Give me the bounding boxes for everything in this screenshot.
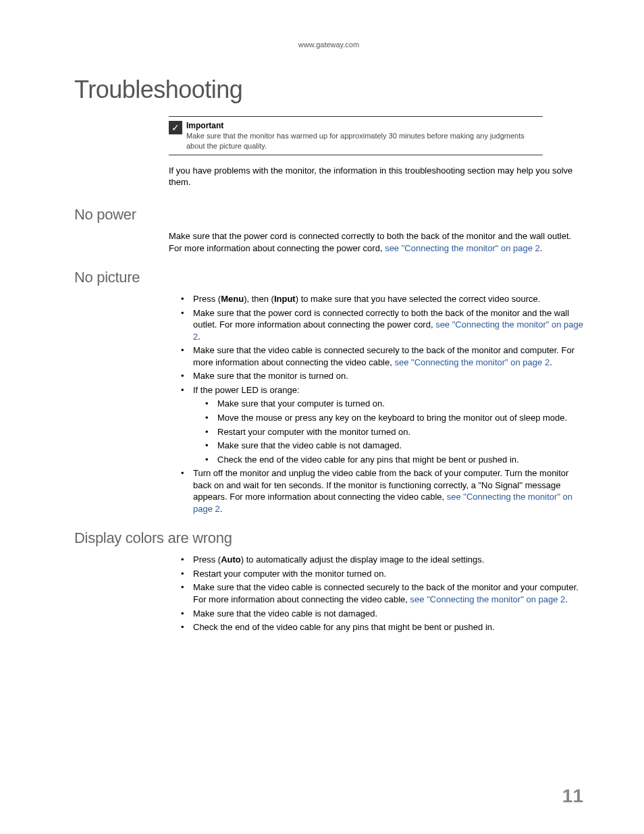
t: . [565,594,568,604]
list-item: Move the mouse or press any key on the k… [193,412,583,424]
link-connecting-monitor[interactable]: see "Connecting the monitor" on page 2 [385,243,540,253]
list-item: Make sure that the monitor is turned on. [169,370,583,382]
list-item: If the power LED is orange: Make sure th… [169,384,583,465]
t: Input [274,294,296,304]
display-colors-list: Press (Auto) to automatically adjust the… [169,554,583,633]
t: If the power LED is orange: [193,385,300,395]
important-box: ✓ Important Make sure that the monitor h… [169,116,543,155]
list-item: Make sure that the power cord is connect… [169,307,583,343]
list-item: Check the end of the video cable for any… [169,621,583,633]
t: Menu [221,294,244,304]
section-no-power-title: No power [74,206,583,224]
check-icon: ✓ [169,121,182,134]
t: . [549,357,552,367]
header-url: www.gateway.com [74,41,583,49]
section-no-power-body: Make sure that the power cord is connect… [169,230,583,254]
link-connecting-monitor[interactable]: see "Connecting the monitor" on page 2 [394,357,549,367]
t: Auto [221,554,241,565]
important-label: Important [186,121,223,130]
list-item: Restart your computer with the monitor t… [169,568,583,580]
t: Press ( [193,554,221,565]
intro-text: If you have problems with the monitor, t… [169,165,583,188]
link-connecting-monitor[interactable]: see "Connecting the monitor" on page 2 [410,594,566,604]
list-item: Check the end of the video cable for any… [193,454,583,466]
list-item: Make sure that your computer is turned o… [193,398,583,410]
t: ) to make sure that you have selected th… [296,294,541,304]
list-item: Turn off the monitor and unplug the vide… [169,467,583,515]
list-item: Restart your computer with the monitor t… [193,426,583,438]
list-item: Press (Auto) to automatically adjust the… [169,554,583,566]
t: . [220,504,223,514]
t: ), then ( [244,294,274,304]
t: ) to automatically adjust the display im… [241,554,485,565]
no-power-body-post: . [540,243,543,253]
sub-bullet-list: Make sure that your computer is turned o… [193,398,583,465]
list-item: Make sure that the video cable is connec… [169,581,583,605]
no-picture-list: Press (Menu), then (Input) to make sure … [169,293,583,515]
t: . [198,332,200,342]
list-item: Make sure that the video cable is not da… [193,440,583,452]
page-title: Troubleshooting [74,76,583,104]
important-text: Important Make sure that the monitor has… [186,120,543,151]
list-item: Make sure that the video cable is not da… [169,608,583,620]
important-body: Make sure that the monitor has warmed up… [186,132,525,150]
section-display-colors-title: Display colors are wrong [74,529,583,547]
t: Press ( [193,294,221,304]
page-number: 11 [562,785,583,807]
section-no-picture-title: No picture [74,269,583,286]
list-item: Make sure that the video cable is connec… [169,344,583,368]
list-item: Press (Menu), then (Input) to make sure … [169,293,583,305]
